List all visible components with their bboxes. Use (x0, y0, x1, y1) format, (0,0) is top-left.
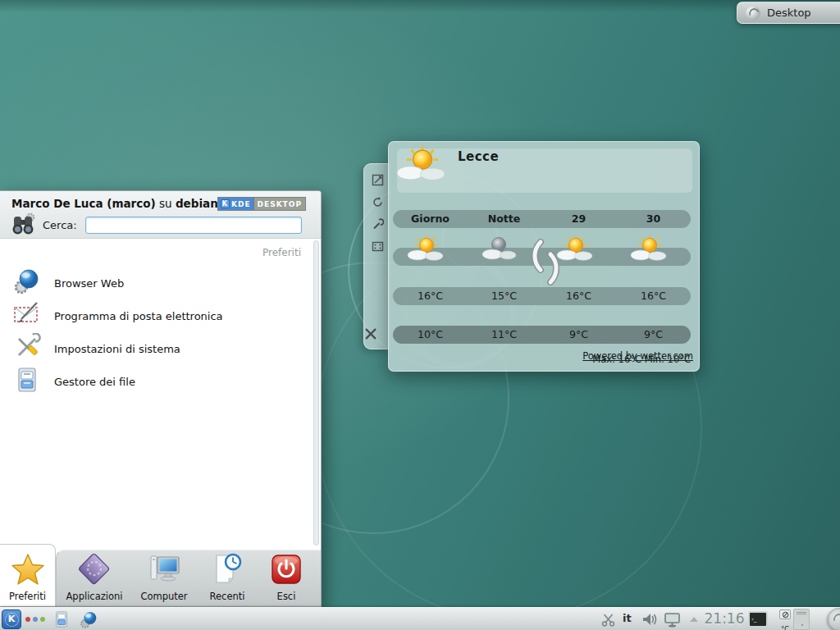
favorite-label: Gestore dei file (54, 376, 135, 388)
kde-menu-icon[interactable]: K (2, 609, 21, 629)
favorite-label: Programma di posta elettronica (54, 310, 223, 322)
configure-wrench-icon[interactable] (371, 217, 384, 231)
weather-city: Lecce (458, 149, 499, 164)
wetter-credit-link[interactable]: Powered by wetter.com (582, 350, 693, 362)
kde-desktop-badge: KKDE DESKTOP (217, 197, 306, 211)
favorite-item-email[interactable]: Programma di posta elettronica (0, 299, 311, 332)
sun-cloud-icon (407, 235, 446, 262)
debian-swirl-icon (746, 6, 760, 21)
recent-documents-icon (210, 553, 244, 589)
folder-view-widget[interactable]: Desktop (737, 2, 840, 24)
file-manager-icon (13, 366, 41, 397)
system-settings-icon (13, 333, 41, 364)
scrollbar[interactable] (313, 240, 319, 546)
tab-label: Esci (277, 591, 296, 602)
pager-dot-green[interactable] (40, 617, 45, 622)
computer-icon (146, 553, 182, 589)
kickoff-menu: Marco De Luca (marco) su debian KKDE DES… (0, 190, 322, 607)
web-browser-icon[interactable] (80, 610, 98, 630)
low-temp: 9°C (541, 326, 616, 344)
column-label: 29 (541, 210, 616, 228)
applet-handle[interactable] (363, 163, 390, 349)
rotate-icon[interactable] (371, 195, 384, 208)
volume-icon[interactable] (641, 612, 657, 630)
favorite-item-file-manager[interactable]: Gestore dei file (0, 365, 311, 398)
email-icon (13, 300, 41, 331)
star-icon (11, 553, 45, 589)
pager-dots[interactable] (25, 617, 45, 622)
badge-kde-label: KDE (231, 200, 251, 208)
low-temp: 11°C (467, 326, 541, 344)
column-label: 30 (616, 210, 691, 228)
applications-icon (77, 553, 112, 589)
host-name: debian (176, 197, 218, 210)
desktop: Desktop Lecce Max: 16°C Min: 10°C Giorno… (0, 0, 840, 630)
tab-computer[interactable]: Computer (130, 547, 199, 606)
weather-columns-row: Giorno Notte 29 30 (393, 210, 691, 228)
column-label: Notte (467, 210, 541, 228)
search-input[interactable] (85, 217, 302, 234)
pager-dot-blue[interactable] (33, 617, 38, 622)
favorite-item-system-settings[interactable]: Impostazioni di sistema (0, 332, 311, 365)
expand-tray-icon[interactable] (690, 617, 698, 622)
tab-applicazioni[interactable]: Applicazioni (60, 547, 129, 606)
date-strip-widget[interactable] (793, 609, 810, 630)
tab-preferiti[interactable]: Preferiti (0, 544, 56, 606)
web-browser-icon (13, 267, 41, 299)
tab-label: Applicazioni (66, 591, 123, 602)
tab-label: Recenti (210, 591, 245, 602)
title-connector: su (159, 197, 172, 210)
display-icon[interactable] (664, 612, 681, 630)
low-temp: 10°C (393, 326, 468, 344)
panel-toolbox-icon[interactable] (828, 608, 840, 630)
power-icon (270, 553, 303, 589)
keyboard-layout-indicator[interactable]: it (623, 612, 632, 624)
clipper-scissors-icon[interactable] (601, 613, 615, 630)
favorite-label: Impostazioni di sistema (54, 343, 180, 355)
favorite-label: Browser Web (54, 277, 124, 290)
weather-widget[interactable]: Lecce Max: 16°C Min: 10°C Giorno Notte 2… (388, 141, 700, 372)
search-label: Cerca: (43, 219, 77, 231)
user-name: Marco De Luca (marco) (11, 197, 156, 210)
folder-view-title: Desktop (767, 7, 811, 19)
badge-desktop-label: DESKTOP (253, 198, 305, 210)
tab-label: Preferiti (9, 591, 46, 602)
taskbar-panel: K it 21:16 ›_ °C (0, 607, 840, 630)
tab-label: Computer (140, 591, 187, 602)
high-temp: 16°C (616, 287, 691, 305)
section-label: Preferiti (262, 247, 301, 258)
terminal-icon[interactable]: ›_ (748, 611, 768, 628)
file-manager-icon[interactable] (52, 610, 71, 630)
close-icon[interactable] (364, 327, 377, 340)
digital-clock[interactable]: 21:16 (700, 610, 749, 627)
binoculars-icon (10, 212, 36, 240)
user-title: Marco De Luca (marco) su debian (11, 197, 218, 210)
kde-badge-icon: K (221, 199, 230, 208)
weather-low-temps-row: 10°C 11°C 9°C 9°C (393, 326, 691, 344)
resize-icon[interactable] (371, 173, 384, 186)
low-temp: 9°C (616, 326, 691, 344)
favorite-item-browser[interactable]: Browser Web (0, 267, 311, 299)
kickoff-favorites-view: Preferiti Browser Web (0, 239, 321, 547)
high-temp: 16°C (393, 287, 468, 305)
sun-cloud-icon (395, 145, 450, 186)
moon-crescent-icon (546, 251, 564, 289)
kickoff-header: Marco De Luca (marco) su debian KKDE DES… (0, 191, 321, 239)
tab-esci[interactable]: Esci (252, 547, 321, 606)
moon-crescent-icon (527, 239, 545, 276)
column-label: Giorno (393, 210, 468, 228)
weather-high-temps-row: 16°C 15°C 16°C 16°C (393, 287, 691, 305)
move-icon[interactable] (371, 240, 384, 253)
weather-tray-label: °C (781, 626, 789, 630)
high-temp: 16°C (541, 287, 616, 305)
pager-dot-red[interactable] (25, 617, 30, 622)
kickoff-tabbar: Preferiti Applicazioni Computer Recenti (0, 547, 321, 606)
sun-cloud-icon (630, 235, 669, 262)
high-temp: 15°C (467, 287, 541, 305)
cloud-moon-icon (481, 235, 520, 262)
weather-tray-icon[interactable]: °C (777, 609, 793, 630)
